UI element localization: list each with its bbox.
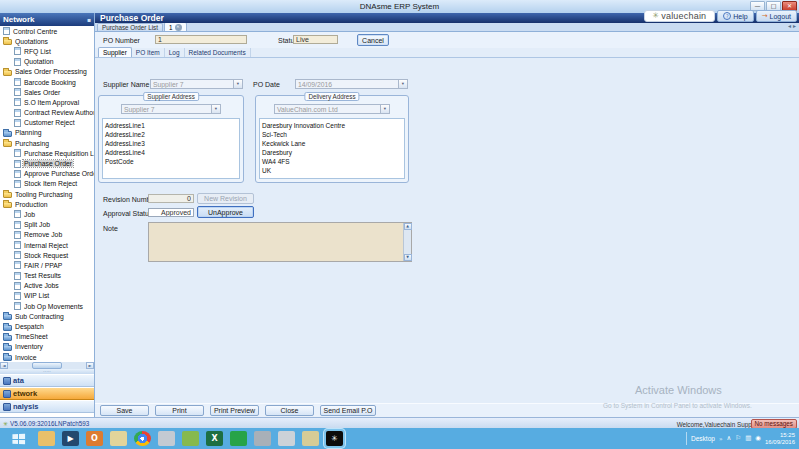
tree-item-icon [14, 170, 21, 178]
dnasme-icon[interactable]: ✳ [326, 431, 343, 446]
unapprove-button[interactable]: UnApprove [197, 206, 254, 218]
chrome-icon[interactable] [134, 431, 151, 446]
subtab-log[interactable]: Log [165, 48, 185, 57]
subtab-related-documents[interactable]: Related Documents [185, 48, 251, 57]
sticky-notes-icon[interactable] [110, 431, 127, 446]
logout-button[interactable]: → Logout [756, 10, 797, 22]
paint-icon[interactable] [278, 431, 295, 446]
outlook-icon[interactable]: O [86, 431, 103, 446]
tree-item[interactable]: FAIR / PPAP [0, 260, 94, 270]
approval-status-input [148, 208, 194, 217]
sidebar-panel-network[interactable]: etwork [0, 387, 94, 400]
desktop-toolbar-button[interactable]: Desktop [691, 435, 715, 442]
app-arrow-icon[interactable]: ▶ [62, 431, 79, 446]
chevron-right-icon[interactable]: » [719, 435, 723, 442]
header-right-cluster: ✳ valuechain ? Help → Logout [644, 10, 799, 22]
welcome-text: Welcome,Valuechain Support [677, 421, 759, 428]
address-line: PostCode [105, 157, 237, 166]
sidebar-panel-data[interactable]: ata [0, 374, 94, 387]
subtab-po-item[interactable]: PO Item [132, 48, 165, 57]
tree-item[interactable]: Invoice [0, 352, 94, 362]
tree-item[interactable]: Active Jobs [0, 281, 94, 291]
tray-expand-icon[interactable]: ∧ [727, 435, 732, 442]
tree-item[interactable]: Remove Job [0, 230, 94, 240]
tree-item[interactable]: Job Op Movements [0, 301, 94, 311]
tree-item-icon [14, 231, 21, 239]
tree-item[interactable]: Quotation [0, 57, 94, 67]
close-button[interactable]: Close [265, 405, 314, 416]
tree-item[interactable]: TimeSheet [0, 332, 94, 342]
save-button[interactable]: Save [100, 405, 149, 416]
print-button[interactable]: Print [155, 405, 204, 416]
key-icon[interactable] [302, 431, 319, 446]
tree-item[interactable]: Stock Item Reject [0, 179, 94, 189]
address-line: AddressLine1 [105, 121, 237, 130]
print-preview-button[interactable]: Print Preview [210, 405, 259, 416]
tree-item[interactable]: Control Centre [0, 26, 94, 36]
supplier-address-list[interactable]: AddressLine1AddressLine2AddressLine3Addr… [102, 118, 240, 179]
tab-nav-right-icon[interactable]: ▸ [793, 23, 796, 29]
tree-item-icon [14, 272, 21, 280]
tree-item[interactable]: Inventory [0, 342, 94, 352]
note-scrollbar[interactable]: ▲ ▼ [403, 223, 411, 261]
start-button[interactable] [0, 428, 36, 449]
main-area: Purchase Order ✳ valuechain ? Help → Log… [95, 13, 799, 417]
tree-item[interactable]: Split Job [0, 220, 94, 230]
send-email-po-button[interactable]: Send Email P.O [320, 405, 376, 416]
app-green-icon[interactable] [230, 431, 247, 446]
tab-po-1[interactable]: 1 ✕ [164, 22, 187, 31]
tree-item[interactable]: Sales Order [0, 87, 94, 97]
scroll-right-icon[interactable]: ► [86, 362, 94, 369]
tray-display-icon[interactable]: ▥ [745, 435, 751, 442]
help-button[interactable]: ? Help [717, 10, 753, 22]
tree-item[interactable]: Barcode Booking [0, 77, 94, 87]
tree-item[interactable]: Quotations [0, 36, 94, 46]
tree-item[interactable]: Approve Purchase Order [0, 169, 94, 179]
tree-item[interactable]: RFQ List [0, 46, 94, 56]
delivery-address-list[interactable]: Daresbury Innovation CentreSci-TechKeckw… [259, 118, 405, 179]
excel-icon[interactable]: X [206, 431, 223, 446]
tree-item[interactable]: Purchasing [0, 138, 94, 148]
tree-item[interactable]: Planning [0, 128, 94, 138]
pin-icon[interactable]: ▪ [87, 16, 91, 23]
skype-icon[interactable] [182, 431, 199, 446]
tree-item[interactable]: Sub Contracting [0, 311, 94, 321]
cancel-button[interactable]: Cancel [357, 34, 389, 46]
status-input [293, 35, 338, 44]
tree-item-icon [3, 141, 12, 147]
tray-alert-icon[interactable]: ◉ [755, 435, 761, 442]
po-number-input [155, 35, 247, 44]
file-explorer-icon[interactable] [38, 431, 55, 446]
tree-item[interactable]: Purchase Order [0, 158, 94, 168]
tree-item[interactable]: Purchase Requisition List [0, 148, 94, 158]
tree-item[interactable]: Tooling Purchasing [0, 189, 94, 199]
scroll-up-icon[interactable]: ▲ [404, 223, 412, 230]
taskbar-clock[interactable]: 15:25 16/09/2016 [765, 432, 795, 446]
tree-item[interactable]: Production [0, 199, 94, 209]
tree-item[interactable]: WIP List [0, 291, 94, 301]
navigation-tree: Control Centre Quotations RFQ List Quota… [0, 26, 94, 362]
tree-item[interactable]: Despatch [0, 321, 94, 331]
tree-item[interactable]: Sales Order Processing [0, 67, 94, 77]
tab-purchase-order-list[interactable]: Purchase Order List ✕ [97, 23, 163, 31]
scroll-left-icon[interactable]: ◄ [0, 362, 8, 369]
sidebar-panel-analysis[interactable]: nalysis [0, 400, 94, 413]
subtab-supplier[interactable]: Supplier [98, 47, 132, 57]
tree-item[interactable]: Stock Request [0, 250, 94, 260]
note-textarea[interactable]: ▲ ▼ [148, 222, 412, 262]
tray-flag-icon[interactable]: ⚐ [735, 435, 741, 442]
help-icon: ? [723, 12, 731, 20]
app-gray-icon[interactable] [158, 431, 175, 446]
address-line: AddressLine2 [105, 130, 237, 139]
tree-item[interactable]: Test Results [0, 271, 94, 281]
tab-nav-left-icon[interactable]: ◂ [788, 23, 791, 29]
tab-close-icon[interactable]: ✕ [175, 24, 182, 31]
activate-windows-watermark: Activate Windows [635, 384, 722, 396]
tree-item[interactable]: Customer Reject [0, 118, 94, 128]
tree-item[interactable]: Contract Review Authorisation [0, 108, 94, 118]
tree-item[interactable]: Job [0, 209, 94, 219]
scroll-down-icon[interactable]: ▼ [404, 254, 412, 261]
tree-item[interactable]: Internal Reject [0, 240, 94, 250]
tree-item[interactable]: S.O Item Approval [0, 97, 94, 107]
app-silver-icon[interactable] [254, 431, 271, 446]
